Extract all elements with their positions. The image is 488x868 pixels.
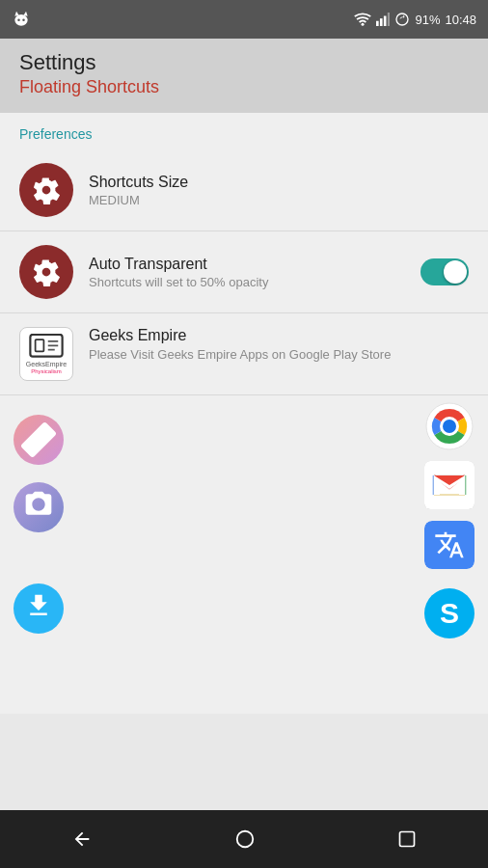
gmail-app-icon[interactable] (424, 461, 474, 509)
shortcuts-size-icon-wrap (19, 163, 73, 217)
shortcuts-size-title: Shortcuts Size (89, 174, 469, 191)
svg-rect-12 (36, 339, 44, 351)
skype-app-icon[interactable]: S (424, 588, 474, 638)
status-bar-left-icon (12, 10, 31, 33)
shortcuts-size-item[interactable]: Shortcuts Size MEDIUM (0, 149, 488, 231)
svg-point-5 (362, 23, 365, 26)
svg-rect-9 (388, 13, 390, 26)
auto-transparent-icon-wrap (19, 245, 73, 299)
shortcuts-size-text: Shortcuts Size MEDIUM (89, 174, 469, 207)
svg-rect-22 (400, 832, 415, 847)
gear-icon (32, 176, 61, 204)
time-text: 10:48 (445, 13, 476, 27)
auto-transparent-text: Auto Transparent Shortcuts will set to 5… (89, 256, 420, 289)
svg-point-10 (396, 14, 408, 25)
geeks-empire-content: Geeks Empire Please Visit Geeks Empire A… (89, 327, 469, 364)
battery-text: 91% (415, 13, 440, 27)
status-icons: 91% 10:48 (354, 12, 476, 27)
geeks-empire-logo: GeeksEmpire Physicalism (19, 327, 73, 381)
content-area: Preferences Shortcuts Size MEDIUM Auto T… (0, 113, 488, 714)
auto-transparent-title: Auto Transparent (89, 256, 420, 273)
svg-point-3 (17, 19, 20, 22)
translate-svg (434, 529, 465, 560)
preferences-section-header: Preferences (0, 113, 488, 149)
geeks-empire-description: Please Visit Geeks Empire Apps on Google… (89, 346, 469, 364)
gmail-svg (432, 472, 467, 499)
svg-rect-6 (376, 21, 379, 26)
recents-button[interactable] (397, 829, 417, 849)
svg-point-0 (14, 14, 27, 26)
translate-app-icon[interactable] (424, 521, 474, 569)
svg-point-21 (237, 831, 254, 848)
home-button[interactable] (234, 828, 256, 850)
geeks-empire-item[interactable]: GeeksEmpire Physicalism Geeks Empire Ple… (0, 313, 488, 395)
svg-rect-8 (384, 16, 387, 27)
back-button[interactable] (71, 828, 93, 850)
svg-point-4 (22, 19, 25, 22)
navigation-bar (0, 810, 488, 868)
download-app-icon[interactable] (14, 583, 64, 634)
auto-transparent-toggle[interactable] (420, 258, 469, 285)
svg-marker-2 (24, 12, 28, 16)
chrome-app-icon[interactable] (424, 401, 474, 451)
camera-app-icon[interactable] (14, 482, 64, 532)
geeks-empire-title: Geeks Empire (89, 327, 469, 344)
preferences-label: Preferences (19, 126, 469, 142)
svg-point-19 (443, 420, 456, 433)
toggle-knob (444, 260, 467, 284)
chrome-svg (425, 402, 474, 450)
bandage-app-icon[interactable] (14, 415, 64, 465)
skype-letter: S (440, 597, 459, 630)
status-bar: 91% 10:48 (0, 0, 488, 39)
auto-transparent-subtitle: Shortcuts will set to 50% opacity (89, 275, 420, 289)
app-icons-area: S (0, 395, 488, 714)
auto-transparent-item[interactable]: Auto Transparent Shortcuts will set to 5… (0, 231, 488, 313)
page-title: Settings (19, 50, 469, 75)
shortcuts-size-value: MEDIUM (89, 193, 469, 207)
svg-rect-7 (380, 18, 383, 26)
svg-marker-1 (14, 12, 18, 16)
gear-icon-2 (32, 258, 61, 286)
geeks-empire-svg (29, 334, 64, 361)
floating-shortcuts-subtitle: Floating Shortcuts (19, 77, 469, 97)
header: Settings Floating Shortcuts (0, 39, 488, 113)
